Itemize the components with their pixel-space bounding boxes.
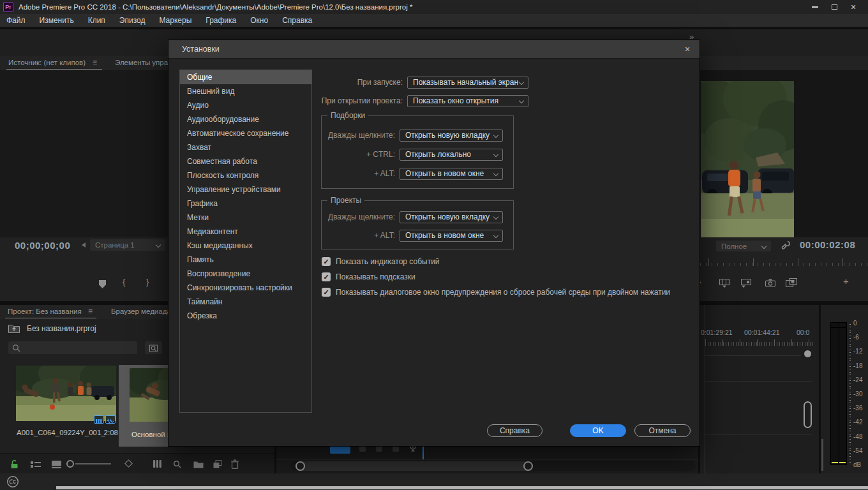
source-panel-menu-icon[interactable]: ≡ (93, 58, 97, 67)
timeline-ruler-label: 00:01:44:21 (744, 329, 779, 336)
page-selector-dropdown[interactable]: Страница 1 (90, 239, 165, 251)
zoom-level-dropdown[interactable]: Полное (716, 241, 771, 251)
active-tab-underline (5, 318, 96, 319)
menu-graphics[interactable]: Графика (206, 16, 236, 25)
pref-category-device-control[interactable]: Управление устройствами (180, 182, 311, 197)
settings-wrench-icon[interactable] (781, 240, 791, 250)
project-file-label[interactable]: Без названия.prproj (27, 324, 96, 333)
mark-out-icon[interactable]: } (146, 277, 149, 286)
meter-scale-labels: 0 -6 -12 -18 -24 -30 -36 -42 -48 -54 dB (853, 320, 862, 468)
dialog-close-button[interactable]: × (682, 43, 693, 55)
creative-cloud-sync-icon[interactable] (6, 475, 19, 488)
premiere-app-icon: Pr (3, 2, 13, 12)
clip-duration: 2:08 (99, 429, 118, 436)
button-editor-plus-icon[interactable]: + (843, 276, 849, 286)
projects-double-click-dropdown[interactable]: Открыть новую вкладку (400, 211, 503, 223)
menu-clip[interactable]: Клип (88, 16, 105, 25)
clip-thumbnail[interactable] (16, 366, 116, 421)
cancel-button[interactable]: Отмена (634, 424, 691, 437)
show-tooltips-label: Показывать подсказки (336, 272, 415, 281)
export-frame-camera-icon[interactable] (765, 279, 775, 287)
program-timecode[interactable]: 00:00:02:08 (800, 239, 855, 250)
help-button[interactable]: Справка (487, 424, 542, 437)
zoom-slider-handle[interactable] (66, 460, 74, 468)
dropdown-value: Открыть в новом окне (405, 169, 484, 178)
pref-category-timeline[interactable]: Таймлайн (180, 295, 311, 309)
add-marker-icon[interactable] (99, 280, 106, 288)
status-bar (0, 473, 868, 490)
project-unlocked-icon[interactable] (10, 459, 19, 469)
automate-to-sequence-icon[interactable] (124, 459, 133, 468)
chevron-down-icon (493, 133, 498, 138)
timeline-scrollbar-knob[interactable] (804, 350, 811, 357)
mark-in-icon[interactable]: { (123, 277, 125, 286)
timeline-horizontal-scrollbar[interactable] (290, 461, 696, 471)
pref-category-graphics[interactable]: Графика (180, 197, 311, 211)
new-bin-icon[interactable] (193, 461, 204, 468)
icon-view-icon[interactable] (52, 461, 61, 468)
menu-edit[interactable]: Изменить (40, 16, 74, 25)
chevron-left-icon[interactable] (82, 242, 86, 248)
open-project-dropdown[interactable]: Показать окно открытия (407, 95, 528, 107)
window-maximize-button[interactable] (825, 0, 844, 14)
meter-scale-label: -12 (853, 348, 862, 355)
audio-badge-icon[interactable] (105, 415, 116, 424)
clip-name: Основной э (131, 431, 171, 438)
dropdown-value: Открыть новую вкладку (405, 131, 490, 140)
show-event-indicator-checkbox[interactable]: ✓ (322, 257, 331, 266)
workspace-reset-warning-checkbox[interactable]: ✓ (322, 288, 331, 297)
find-clip-icon[interactable] (153, 460, 163, 468)
projects-alt-dropdown[interactable]: Открыть в новом окне (400, 230, 503, 242)
open-project-dropdown-value: Показать окно открытия (413, 96, 498, 105)
scrollbar-fragment[interactable] (821, 439, 823, 471)
overwrite-icon[interactable] (741, 279, 751, 288)
tab-source-monitor[interactable]: Источник: (нет клипов) (8, 59, 86, 66)
find-icon[interactable] (173, 460, 181, 468)
video-badge-icon[interactable] (94, 415, 104, 424)
pref-category-trim[interactable]: Обрезка (180, 309, 311, 323)
bin-up-icon[interactable] (8, 323, 20, 333)
minimize-icon (812, 6, 818, 8)
timeline-vertical-scrollbar[interactable] (804, 401, 812, 428)
projects-alt-label: + ALT: (232, 230, 395, 242)
scrollbar-handle[interactable] (296, 461, 533, 471)
zoom-slider-track[interactable] (75, 463, 111, 464)
clip-name[interactable]: A001_C064_09224Y_001_ (17, 429, 105, 436)
menu-help[interactable]: Справка (282, 16, 312, 25)
chevron-down-icon (761, 243, 767, 248)
tab-effect-controls[interactable]: Элементы управ (115, 59, 172, 66)
scrollbar-handle-left-knob[interactable] (296, 461, 305, 471)
show-event-indicator-label: Показать индикатор событий (336, 257, 440, 266)
tab-media-browser[interactable]: Браузер медиадан (111, 308, 175, 315)
pref-category-playback[interactable]: Воспроизведение (180, 267, 311, 281)
search-bin-button[interactable] (145, 341, 162, 354)
menu-markers[interactable]: Маркеры (159, 16, 191, 25)
startup-dropdown[interactable]: Показывать начальный экран (407, 77, 528, 89)
pref-category-audio-hardware[interactable]: Аудиооборудование (180, 112, 311, 126)
trash-icon[interactable] (231, 459, 239, 469)
scrollbar-handle-right-knob[interactable] (523, 461, 533, 471)
dialog-header[interactable]: Установки × (168, 40, 700, 59)
window-minimize-button[interactable] (805, 0, 825, 14)
project-panel-menu-icon[interactable]: ≡ (88, 307, 93, 316)
audio-meter-bars[interactable] (830, 322, 847, 465)
bins-ctrl-dropdown[interactable]: Открыть локально (400, 149, 503, 161)
tab-project[interactable]: Проект: Без названия (8, 308, 82, 315)
audio-meter-panel: 0 -6 -12 -18 -24 -30 -36 -42 -48 -54 dB (821, 305, 868, 473)
window-close-button[interactable]: × (844, 0, 863, 14)
new-item-icon[interactable] (213, 460, 222, 468)
menu-file[interactable]: Файл (6, 16, 26, 25)
menu-sequence[interactable]: Эпизод (119, 16, 146, 25)
show-tooltips-checkbox[interactable]: ✓ (322, 272, 331, 281)
pref-category-sync-settings[interactable]: Синхронизировать настройки (180, 281, 311, 295)
bins-alt-dropdown[interactable]: Открыть в новом окне (400, 168, 503, 180)
source-timecode[interactable]: 00;00;00;00 (15, 240, 70, 251)
menu-window[interactable]: Окно (250, 16, 268, 25)
search-input[interactable] (8, 341, 137, 354)
comparison-view-icon[interactable] (786, 278, 797, 287)
pref-category-memory[interactable]: Память (180, 253, 311, 267)
ok-button[interactable]: OK (570, 424, 626, 437)
list-view-icon[interactable] (31, 461, 41, 468)
insert-icon[interactable] (719, 279, 730, 288)
bins-double-click-dropdown[interactable]: Открыть новую вкладку (400, 130, 503, 142)
